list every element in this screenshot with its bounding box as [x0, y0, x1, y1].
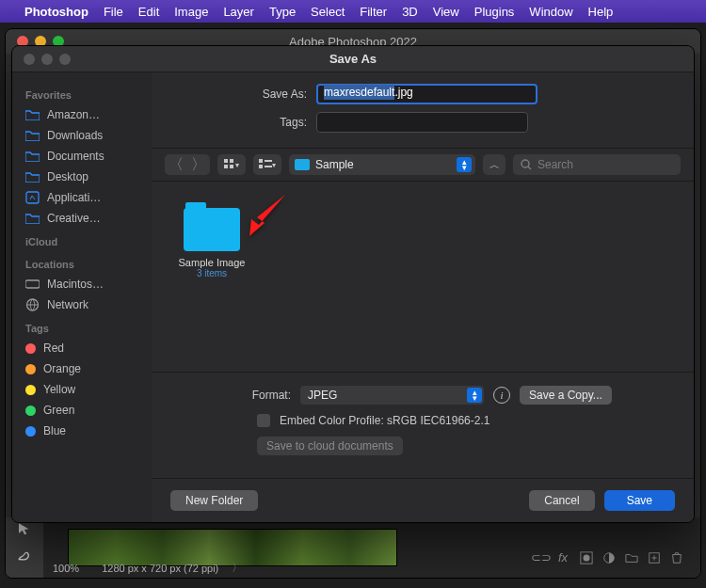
sidebar-head-icloud: iCloud — [12, 229, 152, 251]
dialog-footer: New Folder Cancel Save — [152, 478, 694, 522]
up-folder-button[interactable]: ︿ — [483, 154, 505, 175]
location-popup[interactable]: Sample ▴▾ — [289, 154, 475, 175]
menu-edit[interactable]: Edit — [138, 5, 159, 19]
sidebar-item-network[interactable]: Network — [12, 294, 152, 315]
menu-type[interactable]: Type — [269, 5, 296, 19]
link-icon[interactable]: ⊂⊃ — [531, 550, 546, 564]
menu-file[interactable]: File — [104, 5, 123, 19]
folder-icon — [295, 159, 310, 170]
toolbar — [6, 517, 43, 578]
sidebar-item-documents[interactable]: Documents — [12, 146, 152, 167]
embed-profile-checkbox[interactable] — [257, 414, 270, 427]
new-layer-icon[interactable] — [648, 551, 661, 564]
hd-icon — [25, 278, 40, 290]
tag-dot-icon — [25, 385, 36, 395]
view-mode-icon[interactable]: ▾ — [217, 154, 246, 175]
mask-icon[interactable] — [580, 551, 593, 564]
svg-rect-9 — [224, 165, 228, 168]
format-popup[interactable]: JPEG ▴▾ — [300, 386, 484, 405]
updown-icon: ▴▾ — [457, 157, 472, 172]
svg-rect-7 — [224, 159, 228, 163]
menu-filter[interactable]: Filter — [360, 5, 387, 19]
globe-icon — [25, 298, 40, 311]
svg-rect-14 — [265, 166, 272, 167]
tags-label: Tags: — [170, 116, 316, 129]
forward-button[interactable]: 〉 — [187, 154, 210, 175]
svg-rect-5 — [25, 280, 40, 288]
svg-point-1 — [584, 554, 590, 561]
lasso-tool-icon[interactable] — [16, 546, 33, 563]
folder-icon — [25, 171, 40, 183]
sidebar-tag-green[interactable]: Green — [12, 400, 152, 421]
trash-icon[interactable] — [670, 551, 683, 564]
tag-dot-icon — [25, 364, 36, 374]
menu-3d[interactable]: 3D — [402, 5, 418, 19]
sidebar-item-creative[interactable]: Creative… — [12, 208, 152, 229]
app-menu[interactable]: Photoshop — [24, 5, 88, 19]
save-as-dialog: Save As Favorites Amazon… Downloads Docu… — [11, 45, 695, 523]
sidebar-item-applications[interactable]: Applicati… — [12, 187, 152, 208]
group-mode[interactable]: ▾ — [253, 154, 281, 175]
sidebar-tag-blue[interactable]: Blue — [12, 421, 152, 441]
folder-icon[interactable] — [625, 551, 638, 564]
menu-view[interactable]: View — [433, 5, 459, 19]
svg-rect-4 — [26, 192, 39, 203]
finder-sidebar: Favorites Amazon… Downloads Documents De… — [12, 72, 152, 522]
sidebar-item-macintosh[interactable]: Macintos… — [12, 274, 152, 294]
layer-panel-icons: ⊂⊃ fx — [531, 550, 683, 564]
group-icon — [259, 159, 272, 170]
search-input[interactable]: Search — [513, 154, 681, 175]
folder-icon — [25, 213, 40, 224]
new-folder-button[interactable]: New Folder — [170, 490, 258, 511]
menu-plugins[interactable]: Plugins — [474, 5, 515, 19]
info-icon[interactable]: i — [493, 387, 510, 404]
sidebar-item-downloads[interactable]: Downloads — [12, 125, 152, 146]
folder-icon — [25, 109, 40, 120]
doc-dimensions: 1280 px x 720 px (72 ppi) — [102, 563, 218, 574]
svg-point-15 — [521, 160, 529, 167]
menu-select[interactable]: Select — [311, 5, 345, 19]
dialog-main: Save As: maxresdefault.jpg Tags: 〈 〉 ▾ ▾ — [152, 72, 694, 522]
search-icon — [521, 159, 532, 170]
menu-window[interactable]: Window — [529, 5, 572, 19]
svg-rect-8 — [230, 159, 233, 163]
sidebar-tag-orange[interactable]: Orange — [12, 358, 152, 379]
sidebar-item-amazon[interactable]: Amazon… — [12, 104, 152, 125]
updown-icon: ▴▾ — [467, 388, 482, 403]
embed-profile-label: Embed Color Profile: sRGB IEC61966-2.1 — [280, 414, 489, 427]
back-button[interactable]: 〈 — [165, 154, 187, 175]
save-button[interactable]: Save — [604, 490, 675, 511]
file-browser[interactable]: Sample Image 3 items — [152, 182, 694, 372]
icon-view-icon — [224, 159, 235, 170]
chevron-down-icon: ▾ — [235, 161, 239, 169]
dialog-titlebar: Save As — [12, 46, 694, 72]
menu-image[interactable]: Image — [174, 5, 208, 19]
sidebar-tag-yellow[interactable]: Yellow — [12, 379, 152, 400]
move-tool-icon[interactable] — [16, 521, 33, 538]
sidebar-tag-red[interactable]: Red — [12, 338, 152, 358]
save-copy-button[interactable]: Save a Copy... — [520, 386, 612, 405]
cancel-button[interactable]: Cancel — [529, 490, 594, 511]
sidebar-item-desktop[interactable]: Desktop — [12, 167, 152, 187]
app-icon — [25, 191, 40, 204]
format-label: Format: — [170, 389, 291, 402]
zoom-level[interactable]: 100% — [43, 563, 88, 574]
svg-rect-13 — [259, 165, 263, 168]
menu-help[interactable]: Help — [588, 5, 614, 19]
annotation-arrow-icon — [238, 195, 285, 240]
filename-input[interactable]: maxresdefault.jpg — [316, 84, 538, 104]
menubar: Photoshop File Edit Image Layer Type Sel… — [0, 0, 706, 23]
menu-layer[interactable]: Layer — [223, 5, 254, 19]
svg-rect-10 — [230, 165, 233, 168]
workspace: 100% 1280 px x 720 px (72 ppi) 〉 ⊂⊃ fx — [6, 517, 700, 578]
save-cloud-button[interactable]: Save to cloud documents — [257, 437, 403, 455]
nav-back-forward: 〈 〉 — [165, 154, 210, 175]
tag-dot-icon — [25, 405, 36, 416]
sidebar-head-tags: Tags — [12, 315, 152, 338]
tags-input[interactable] — [316, 112, 528, 133]
save-options: Format: JPEG ▴▾ i Save a Copy... Embed C… — [152, 372, 694, 478]
fx-icon[interactable]: fx — [555, 550, 570, 564]
status-more-icon[interactable]: 〉 — [232, 560, 243, 576]
svg-rect-11 — [259, 159, 263, 163]
adjustment-icon[interactable] — [602, 551, 616, 564]
